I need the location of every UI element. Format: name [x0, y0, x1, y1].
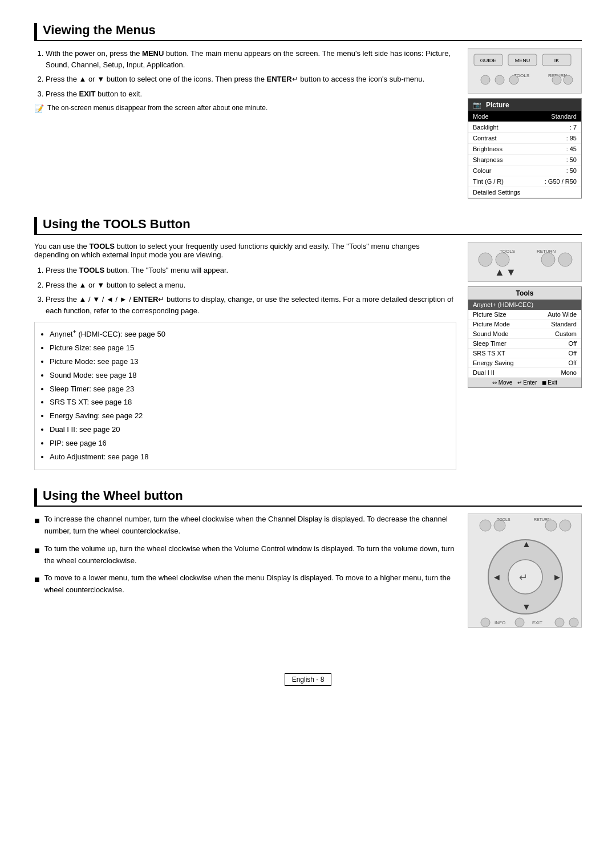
tools-intro: You can use the TOOLS button to select y… [34, 242, 456, 259]
detailed-settings-row: Detailed Settings [468, 187, 581, 198]
tools-sleep-timer-label: Sleep Timer [473, 340, 506, 347]
backlight-label: Backlight [473, 124, 499, 131]
brightness-label: Brightness [473, 145, 502, 152]
step-2: Press the ▲ or ▼ button to select one of… [46, 74, 456, 85]
sharpness-row: Sharpness : 50 [468, 155, 581, 165]
sharpness-value: : 50 [566, 156, 577, 163]
tools-bullets-box: Anynet+ (HDMI-CEC): see page 50 Picture … [34, 322, 456, 470]
tools-menu-footer: ⇔ Move ↵ Enter ◼ Exit [468, 378, 581, 387]
svg-point-14 [496, 253, 509, 266]
svg-text:EXIT: EXIT [532, 620, 542, 625]
section-content-tools: You can use the TOOLS button to select y… [34, 242, 582, 470]
svg-text:MENU: MENU [515, 58, 530, 63]
bold-menu: MENU [142, 49, 164, 58]
bullet-picture-mode: Picture Mode: see page 13 [50, 356, 451, 368]
wheel-bullet-icon-3: ■ [34, 572, 40, 596]
page-footer: English - 8 [285, 673, 332, 686]
svg-point-26 [560, 520, 571, 531]
mode-label: Mode [473, 113, 489, 120]
remote-tools-svg: TOOLS RETURN ▲ ▼ [468, 242, 582, 282]
wheel-bullet-text-3: To move to a lower menu, turn the wheel … [44, 572, 456, 596]
svg-text:INFO: INFO [495, 620, 505, 625]
tint-value: : G50 / R50 [545, 178, 577, 185]
footer-wrap: English - 8 [34, 650, 582, 686]
note-icon: 📝 [34, 104, 44, 113]
sharpness-label: Sharpness [473, 156, 503, 163]
wheel-bullet-icon-2: ■ [34, 543, 40, 567]
colour-label: Colour [473, 167, 491, 174]
picture-menu-title: Picture [486, 101, 509, 109]
tint-row: Tint (G / R) : G50 / R50 [468, 176, 581, 187]
tools-menu-header: Tools [468, 287, 581, 300]
svg-point-9 [495, 75, 504, 84]
contrast-row: Contrast : 95 [468, 133, 581, 144]
tools-dual-row: Dual I II Mono [468, 368, 581, 378]
svg-text:GUIDE: GUIDE [480, 58, 497, 63]
bold-exit: EXIT [79, 90, 96, 98]
svg-point-25 [545, 520, 557, 531]
svg-text:▲: ▲ [495, 266, 505, 278]
wheel-bullets: ■ To increase the channel number, turn t… [34, 514, 456, 596]
brightness-value: : 45 [566, 145, 577, 152]
section-content-viewing-menus: With the power on, press the MENU button… [34, 48, 582, 199]
mode-row: Mode Standard [468, 111, 581, 122]
tools-steps-list: Press the TOOLS button. The "Tools" menu… [34, 265, 456, 316]
tools-step-2: Press the ▲ or ▼ button to select a menu… [46, 280, 456, 291]
tools-picture-mode-label: Picture Mode [473, 321, 510, 328]
section-title-tools: Using the TOOLS Button [34, 217, 582, 235]
wheel-bullet-text-1: To increase the channel number, turn the… [44, 514, 456, 537]
tools-sound-mode-row: Sound Mode Custom [468, 329, 581, 339]
tools-picture-size-value: Auto Wide [548, 311, 577, 318]
svg-point-12 [564, 75, 573, 84]
bullet-dual: Dual I II: see page 20 [50, 424, 451, 436]
bold-enter: ENTER [267, 75, 292, 83]
section-title-viewing-menus: Viewing the Menus [34, 23, 582, 41]
svg-point-11 [552, 75, 561, 84]
section-viewing-menus: Viewing the Menus With the power on, pre… [34, 23, 582, 199]
bullet-pip: PIP: see page 16 [50, 438, 451, 450]
svg-text:TOOLS: TOOLS [500, 249, 515, 254]
bullet-auto-adj: Auto Adjustment: see page 18 [50, 451, 451, 463]
tools-energy-row: Energy Saving Off [468, 358, 581, 368]
side-image-wheel: TOOLS RETURN ▲ ▼ ◄ ► ↵ [468, 514, 582, 628]
svg-text:IK: IK [554, 58, 560, 63]
tools-srs-row: SRS TS XT Off [468, 349, 581, 358]
tools-energy-value: Off [569, 359, 577, 366]
tint-label: Tint (G / R) [473, 178, 504, 185]
tools-srs-label: SRS TS XT [473, 350, 505, 357]
svg-text:▲: ▲ [522, 539, 531, 549]
tools-anynet-row: Anynet+ (HDMI-CEC) [468, 300, 581, 310]
wheel-bullet-3: ■ To move to a lower menu, turn the whee… [34, 572, 456, 596]
svg-point-21 [480, 520, 491, 531]
tools-dual-value: Mono [561, 369, 577, 376]
side-image-viewing: GUIDE MENU IK TOOLS RETURN 📷 Picture [468, 48, 582, 199]
note-text: The on-screen menus disappear from the s… [47, 104, 268, 113]
bullet-energy-saving: Energy Saving: see page 22 [50, 410, 451, 422]
bullet-anynet: Anynet+ (HDMI-CEC): see page 50 [50, 327, 451, 341]
mode-value: Standard [551, 113, 577, 120]
tools-bold-intro: TOOLS [89, 242, 115, 250]
svg-point-22 [494, 520, 505, 531]
backlight-row: Backlight : 7 [468, 122, 581, 133]
tools-bold-1: TOOLS [79, 266, 105, 274]
step-3: Press the EXIT button to exit. [46, 88, 456, 100]
section-wheel-button: Using the Wheel button ■ To increase the… [34, 488, 582, 628]
section-content-wheel: ■ To increase the channel number, turn t… [34, 514, 582, 628]
section-title-wheel: Using the Wheel button [34, 488, 582, 507]
tools-menu: Tools Anynet+ (HDMI-CEC) Picture Size Au… [468, 286, 582, 388]
bullet-srs: SRS TS XT: see page 18 [50, 397, 451, 409]
tools-sound-mode-label: Sound Mode [473, 330, 508, 337]
colour-value: : 50 [566, 167, 577, 174]
picture-menu: 📷 Picture Mode Standard Backlight : 7 Co… [468, 98, 582, 199]
svg-point-10 [509, 75, 518, 84]
svg-text:►: ► [553, 572, 562, 582]
tools-picture-size-row: Picture Size Auto Wide [468, 310, 581, 320]
contrast-value: : 95 [566, 135, 577, 142]
step-1: With the power on, press the MENU button… [46, 48, 456, 70]
steps-list-viewing: With the power on, press the MENU button… [34, 48, 456, 99]
colour-row: Colour : 50 [468, 165, 581, 176]
tools-sound-mode-value: Custom [555, 330, 577, 337]
svg-point-8 [481, 75, 490, 84]
note-viewing: 📝 The on-screen menus disappear from the… [34, 104, 456, 113]
svg-text:▼: ▼ [522, 602, 531, 612]
